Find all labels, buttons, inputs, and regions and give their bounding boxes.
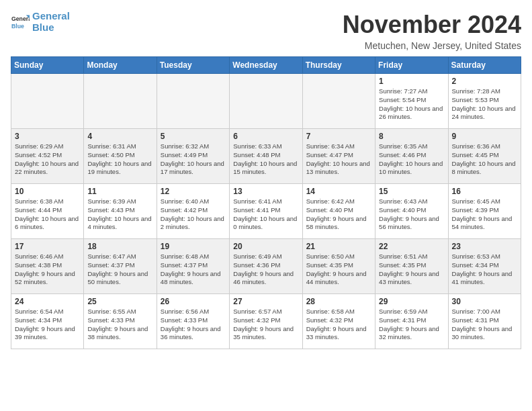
calendar-cell: 28Sunrise: 6:58 AM Sunset: 4:32 PM Dayli… — [302, 294, 375, 349]
day-number: 16 — [452, 187, 517, 196]
calendar-cell: 27Sunrise: 6:57 AM Sunset: 4:32 PM Dayli… — [230, 294, 302, 349]
calendar-cell: 19Sunrise: 6:48 AM Sunset: 4:37 PM Dayli… — [157, 239, 229, 294]
day-number: 19 — [161, 242, 226, 251]
day-detail: Sunrise: 6:32 AM Sunset: 4:49 PM Dayligh… — [161, 142, 226, 177]
calendar-cell: 5Sunrise: 6:32 AM Sunset: 4:49 PM Daylig… — [157, 129, 229, 184]
day-detail: Sunrise: 6:41 AM Sunset: 4:41 PM Dayligh… — [233, 197, 298, 232]
day-detail: Sunrise: 6:45 AM Sunset: 4:39 PM Dayligh… — [452, 197, 517, 232]
day-number: 23 — [452, 242, 517, 251]
day-number: 14 — [306, 187, 371, 196]
calendar-cell: 24Sunrise: 6:54 AM Sunset: 4:34 PM Dayli… — [11, 294, 84, 349]
day-detail: Sunrise: 6:53 AM Sunset: 4:34 PM Dayligh… — [452, 253, 517, 287]
day-number: 29 — [379, 297, 444, 306]
calendar-cell: 18Sunrise: 6:47 AM Sunset: 4:37 PM Dayli… — [84, 239, 157, 294]
weekday-header: Thursday — [302, 57, 375, 74]
calendar-cell: 8Sunrise: 6:35 AM Sunset: 4:46 PM Daylig… — [375, 129, 448, 184]
calendar-cell — [11, 74, 84, 129]
calendar-cell — [84, 74, 157, 129]
svg-text:General: General — [11, 15, 30, 22]
weekday-header: Monday — [84, 57, 157, 74]
calendar-cell: 26Sunrise: 6:56 AM Sunset: 4:33 PM Dayli… — [157, 294, 229, 349]
logo-text-line1: General — [32, 11, 70, 22]
day-number: 4 — [87, 132, 152, 141]
logo-icon: General Blue — [11, 13, 30, 32]
day-number: 15 — [379, 187, 444, 196]
logo: General Blue General Blue — [11, 11, 70, 33]
month-title: November 2024 — [343, 11, 521, 39]
day-detail: Sunrise: 6:55 AM Sunset: 4:33 PM Dayligh… — [87, 308, 152, 342]
day-detail: Sunrise: 6:58 AM Sunset: 4:32 PM Dayligh… — [306, 308, 371, 342]
day-number: 5 — [161, 132, 226, 141]
calendar-cell: 25Sunrise: 6:55 AM Sunset: 4:33 PM Dayli… — [84, 294, 157, 349]
day-number: 20 — [233, 242, 298, 251]
day-detail: Sunrise: 6:38 AM Sunset: 4:44 PM Dayligh… — [15, 197, 80, 232]
calendar-cell: 7Sunrise: 6:34 AM Sunset: 4:47 PM Daylig… — [302, 129, 375, 184]
day-detail: Sunrise: 6:39 AM Sunset: 4:43 PM Dayligh… — [87, 197, 152, 232]
weekday-header: Wednesday — [230, 57, 302, 74]
day-detail: Sunrise: 6:42 AM Sunset: 4:40 PM Dayligh… — [306, 197, 371, 232]
day-number: 17 — [15, 242, 80, 251]
day-detail: Sunrise: 7:00 AM Sunset: 4:31 PM Dayligh… — [452, 308, 517, 342]
day-number: 21 — [306, 242, 371, 251]
calendar-cell: 21Sunrise: 6:50 AM Sunset: 4:35 PM Dayli… — [302, 239, 375, 294]
day-detail: Sunrise: 6:29 AM Sunset: 4:52 PM Dayligh… — [15, 142, 80, 177]
calendar-cell: 17Sunrise: 6:46 AM Sunset: 4:38 PM Dayli… — [11, 239, 84, 294]
weekday-header: Sunday — [11, 57, 84, 74]
day-number: 25 — [87, 297, 152, 306]
day-number: 18 — [87, 242, 152, 251]
logo-text-line2: Blue — [32, 22, 70, 34]
calendar-cell: 22Sunrise: 6:51 AM Sunset: 4:35 PM Dayli… — [375, 239, 448, 294]
day-number: 7 — [306, 132, 371, 141]
day-number: 3 — [15, 132, 80, 141]
day-number: 26 — [161, 297, 226, 306]
weekday-header: Friday — [375, 57, 448, 74]
day-number: 12 — [161, 187, 226, 196]
day-detail: Sunrise: 7:28 AM Sunset: 5:53 PM Dayligh… — [452, 87, 517, 122]
day-detail: Sunrise: 6:51 AM Sunset: 4:35 PM Dayligh… — [379, 253, 444, 287]
day-number: 11 — [87, 187, 152, 196]
calendar-cell — [230, 74, 302, 129]
day-number: 13 — [233, 187, 298, 196]
day-number: 6 — [233, 132, 298, 141]
day-detail: Sunrise: 6:48 AM Sunset: 4:37 PM Dayligh… — [161, 253, 226, 287]
calendar-cell: 10Sunrise: 6:38 AM Sunset: 4:44 PM Dayli… — [11, 184, 84, 239]
day-number: 8 — [379, 132, 444, 141]
location: Metuchen, New Jersey, United States — [343, 40, 521, 51]
day-detail: Sunrise: 6:57 AM Sunset: 4:32 PM Dayligh… — [233, 308, 298, 342]
day-detail: Sunrise: 6:56 AM Sunset: 4:33 PM Dayligh… — [161, 308, 226, 342]
day-detail: Sunrise: 6:59 AM Sunset: 4:31 PM Dayligh… — [379, 308, 444, 342]
day-detail: Sunrise: 6:47 AM Sunset: 4:37 PM Dayligh… — [87, 253, 152, 287]
calendar-cell: 15Sunrise: 6:43 AM Sunset: 4:40 PM Dayli… — [375, 184, 448, 239]
day-detail: Sunrise: 6:43 AM Sunset: 4:40 PM Dayligh… — [379, 197, 444, 232]
calendar-cell: 16Sunrise: 6:45 AM Sunset: 4:39 PM Dayli… — [448, 184, 521, 239]
calendar-cell: 14Sunrise: 6:42 AM Sunset: 4:40 PM Dayli… — [302, 184, 375, 239]
calendar-cell: 23Sunrise: 6:53 AM Sunset: 4:34 PM Dayli… — [448, 239, 521, 294]
day-number: 2 — [452, 77, 517, 86]
calendar-cell — [157, 74, 229, 129]
calendar-cell: 4Sunrise: 6:31 AM Sunset: 4:50 PM Daylig… — [84, 129, 157, 184]
calendar-cell: 13Sunrise: 6:41 AM Sunset: 4:41 PM Dayli… — [230, 184, 302, 239]
day-detail: Sunrise: 6:40 AM Sunset: 4:42 PM Dayligh… — [161, 197, 226, 232]
calendar-cell: 9Sunrise: 6:36 AM Sunset: 4:45 PM Daylig… — [448, 129, 521, 184]
day-detail: Sunrise: 6:36 AM Sunset: 4:45 PM Dayligh… — [452, 142, 517, 177]
weekday-header: Saturday — [448, 57, 521, 74]
day-number: 30 — [452, 297, 517, 306]
calendar-cell: 11Sunrise: 6:39 AM Sunset: 4:43 PM Dayli… — [84, 184, 157, 239]
day-number: 24 — [15, 297, 80, 306]
calendar-table: SundayMondayTuesdayWednesdayThursdayFrid… — [11, 56, 521, 349]
calendar-cell: 6Sunrise: 6:33 AM Sunset: 4:48 PM Daylig… — [230, 129, 302, 184]
day-number: 28 — [306, 297, 371, 306]
day-detail: Sunrise: 6:35 AM Sunset: 4:46 PM Dayligh… — [379, 142, 444, 177]
weekday-header: Tuesday — [157, 57, 229, 74]
day-detail: Sunrise: 6:34 AM Sunset: 4:47 PM Dayligh… — [306, 142, 371, 177]
calendar-cell: 20Sunrise: 6:49 AM Sunset: 4:36 PM Dayli… — [230, 239, 302, 294]
day-detail: Sunrise: 6:49 AM Sunset: 4:36 PM Dayligh… — [233, 253, 298, 287]
day-detail: Sunrise: 6:46 AM Sunset: 4:38 PM Dayligh… — [15, 253, 80, 287]
day-number: 27 — [233, 297, 298, 306]
calendar-cell — [302, 74, 375, 129]
day-number: 10 — [15, 187, 80, 196]
calendar-cell: 3Sunrise: 6:29 AM Sunset: 4:52 PM Daylig… — [11, 129, 84, 184]
calendar-cell: 30Sunrise: 7:00 AM Sunset: 4:31 PM Dayli… — [448, 294, 521, 349]
calendar-cell: 1Sunrise: 7:27 AM Sunset: 5:54 PM Daylig… — [375, 74, 448, 129]
day-detail: Sunrise: 6:33 AM Sunset: 4:48 PM Dayligh… — [233, 142, 298, 177]
